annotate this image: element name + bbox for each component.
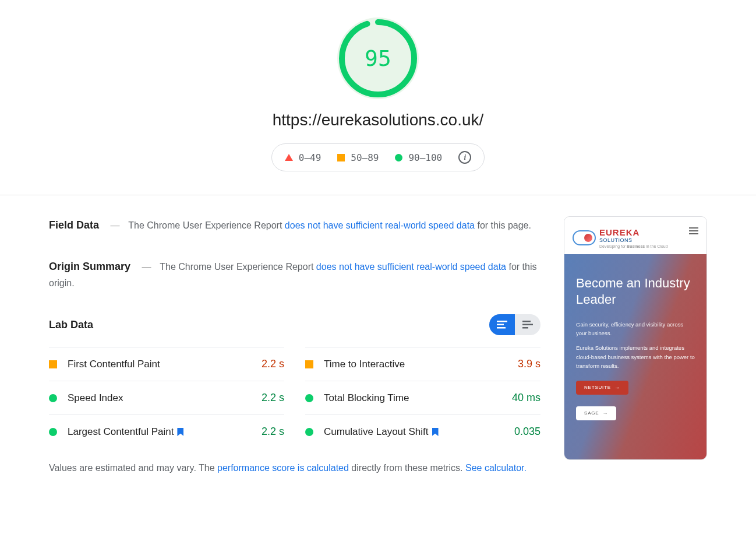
metric-name: Speed Index <box>68 392 262 404</box>
metric-row[interactable]: Time to Interactive3.9 s <box>305 347 540 381</box>
score-value: 95 <box>337 17 419 99</box>
field-data-link[interactable]: does not have sufficient real-world spee… <box>285 220 475 230</box>
bookmark-icon <box>432 428 439 436</box>
screenshot-btn-netsuite: NETSUITE→ <box>576 381 628 395</box>
svg-rect-1 <box>497 321 507 322</box>
cloud-icon <box>573 230 596 245</box>
view-toggle <box>489 314 540 335</box>
svg-rect-5 <box>522 324 533 326</box>
metric-value: 0.035 <box>514 426 540 438</box>
metric-value: 2.2 s <box>262 358 284 370</box>
circle-icon <box>49 394 57 402</box>
metric-row[interactable]: First Contentful Paint2.2 s <box>49 347 284 381</box>
svg-rect-2 <box>497 324 504 326</box>
page-screenshot: EUREKA SOLUTIONS Developing for Business… <box>564 216 707 476</box>
score-legend: 0–49 50–89 90–100 i <box>271 143 485 171</box>
screenshot-heading: Become an Industry Leader <box>576 275 695 307</box>
score-header: 95 https://eurekasolutions.co.uk/ 0–49 5… <box>0 0 756 195</box>
legend-good: 90–100 <box>395 152 442 163</box>
bookmark-icon <box>177 428 183 436</box>
circle-icon <box>305 428 313 436</box>
lab-footnote: Values are estimated and may vary. The p… <box>49 460 540 476</box>
svg-rect-4 <box>522 321 531 322</box>
square-icon <box>305 360 313 368</box>
bars-left-icon <box>497 321 507 329</box>
bars-right-icon <box>522 321 533 329</box>
triangle-icon <box>285 154 293 161</box>
metric-name: Largest Contentful Paint <box>68 426 262 438</box>
metric-value: 40 ms <box>512 392 540 404</box>
circle-icon <box>305 394 313 402</box>
field-data-title: Field Data <box>49 219 99 231</box>
calc-link[interactable]: performance score is calculated <box>217 463 349 473</box>
metric-name: Cumulative Layout Shift <box>324 426 514 438</box>
metric-row[interactable]: Total Blocking Time40 ms <box>305 381 540 414</box>
legend-poor: 0–49 <box>285 152 322 163</box>
lab-data-title: Lab Data <box>49 319 93 331</box>
metric-name: First Contentful Paint <box>68 359 262 370</box>
metric-value: 3.9 s <box>518 358 540 370</box>
screenshot-btn-sage: SAGE→ <box>576 406 616 420</box>
metric-name: Time to Interactive <box>324 359 518 370</box>
tested-url: https://eurekasolutions.co.uk/ <box>0 111 756 129</box>
view-summary-button[interactable] <box>489 314 515 335</box>
metric-row[interactable]: Speed Index2.2 s <box>49 381 284 414</box>
svg-rect-3 <box>497 327 506 329</box>
screenshot-logo: EUREKA SOLUTIONS Developing for Business… <box>573 227 668 248</box>
metric-value: 2.2 s <box>262 392 284 404</box>
square-icon <box>337 154 345 161</box>
metric-name: Total Blocking Time <box>324 392 512 404</box>
see-calculator-link[interactable]: See calculator. <box>465 463 527 473</box>
origin-summary-section: Origin Summary — The Chrome User Experie… <box>49 258 540 291</box>
score-gauge: 95 <box>337 17 419 99</box>
legend-average: 50–89 <box>337 152 379 163</box>
metric-row[interactable]: Largest Contentful Paint 2.2 s <box>49 414 284 448</box>
circle-icon <box>395 154 402 161</box>
info-icon[interactable]: i <box>458 151 471 164</box>
field-data-section: Field Data — The Chrome User Experience … <box>49 216 540 234</box>
circle-icon <box>49 428 57 436</box>
origin-summary-link[interactable]: does not have sufficient real-world spee… <box>316 262 506 272</box>
origin-summary-title: Origin Summary <box>49 261 130 272</box>
metrics-grid: First Contentful Paint2.2 sSpeed Index2.… <box>49 347 540 448</box>
svg-rect-6 <box>522 327 528 329</box>
metric-value: 2.2 s <box>262 426 284 438</box>
square-icon <box>49 360 57 368</box>
view-detail-button[interactable] <box>515 314 540 335</box>
metric-row[interactable]: Cumulative Layout Shift 0.035 <box>305 414 540 448</box>
hamburger-icon <box>689 227 698 234</box>
